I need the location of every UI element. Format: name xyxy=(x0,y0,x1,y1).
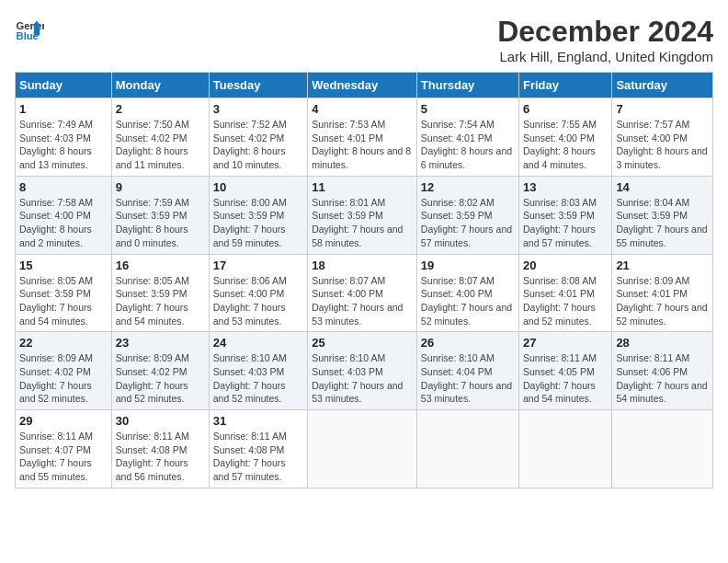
weekday-header-cell: Tuesday xyxy=(209,73,307,98)
day-number: 8 xyxy=(19,180,108,194)
day-info: Sunrise: 8:11 AM Sunset: 4:05 PM Dayligh… xyxy=(523,351,608,406)
calendar-day-cell: 21 Sunrise: 8:09 AM Sunset: 4:01 PM Dayl… xyxy=(612,254,713,332)
location-title: Lark Hill, England, United Kingdom xyxy=(497,49,713,64)
calendar-day-cell: 14 Sunrise: 8:04 AM Sunset: 3:59 PM Dayl… xyxy=(612,176,713,254)
day-info: Sunrise: 8:11 AM Sunset: 4:08 PM Dayligh… xyxy=(213,430,303,484)
day-number: 22 xyxy=(19,336,108,350)
day-number: 11 xyxy=(312,180,413,194)
calendar-week-row: 1 Sunrise: 7:49 AM Sunset: 4:03 PM Dayli… xyxy=(16,98,713,177)
day-number: 20 xyxy=(523,259,608,272)
calendar-day-cell: 20 Sunrise: 8:08 AM Sunset: 4:01 PM Dayl… xyxy=(519,254,612,332)
calendar-day-cell: 28 Sunrise: 8:11 AM Sunset: 4:06 PM Dayl… xyxy=(612,332,713,410)
calendar-day-cell: 31 Sunrise: 8:11 AM Sunset: 4:08 PM Dayl… xyxy=(209,410,307,488)
day-number: 4 xyxy=(312,102,413,116)
svg-text:General: General xyxy=(17,20,44,31)
day-number: 24 xyxy=(213,336,303,350)
calendar-day-cell: 2 Sunrise: 7:50 AM Sunset: 4:02 PM Dayli… xyxy=(111,98,209,177)
calendar-day-cell xyxy=(308,410,417,488)
day-info: Sunrise: 8:02 AM Sunset: 3:59 PM Dayligh… xyxy=(421,196,515,250)
logo: General Blue xyxy=(15,15,44,44)
day-info: Sunrise: 8:10 AM Sunset: 4:03 PM Dayligh… xyxy=(312,351,413,406)
calendar-table: SundayMondayTuesdayWednesdayThursdayFrid… xyxy=(15,72,713,488)
calendar-day-cell xyxy=(519,410,612,488)
calendar-day-cell: 6 Sunrise: 7:55 AM Sunset: 4:00 PM Dayli… xyxy=(519,98,612,177)
day-number: 31 xyxy=(213,414,303,428)
calendar-day-cell: 11 Sunrise: 8:01 AM Sunset: 3:59 PM Dayl… xyxy=(308,176,417,254)
day-info: Sunrise: 8:00 AM Sunset: 3:59 PM Dayligh… xyxy=(213,196,303,250)
logo-icon: General Blue xyxy=(15,15,44,44)
day-number: 18 xyxy=(312,259,413,272)
day-info: Sunrise: 8:11 AM Sunset: 4:06 PM Dayligh… xyxy=(616,351,709,406)
calendar-day-cell: 16 Sunrise: 8:05 AM Sunset: 3:59 PM Dayl… xyxy=(111,254,209,332)
weekday-header-cell: Wednesday xyxy=(308,73,417,98)
day-number: 15 xyxy=(19,259,108,272)
title-section: December 2024 Lark Hill, England, United… xyxy=(497,15,713,64)
day-number: 25 xyxy=(312,336,413,350)
calendar-day-cell: 8 Sunrise: 7:58 AM Sunset: 4:00 PM Dayli… xyxy=(16,176,112,254)
day-info: Sunrise: 8:09 AM Sunset: 4:01 PM Dayligh… xyxy=(616,274,709,328)
calendar-day-cell: 12 Sunrise: 8:02 AM Sunset: 3:59 PM Dayl… xyxy=(416,176,518,254)
day-number: 26 xyxy=(421,336,515,350)
day-info: Sunrise: 7:59 AM Sunset: 3:59 PM Dayligh… xyxy=(116,196,205,250)
day-number: 17 xyxy=(213,259,303,272)
day-number: 16 xyxy=(116,259,205,272)
calendar-day-cell: 27 Sunrise: 8:11 AM Sunset: 4:05 PM Dayl… xyxy=(519,332,612,410)
day-number: 2 xyxy=(116,102,205,116)
calendar-day-cell: 13 Sunrise: 8:03 AM Sunset: 3:59 PM Dayl… xyxy=(519,176,612,254)
calendar-day-cell: 23 Sunrise: 8:09 AM Sunset: 4:02 PM Dayl… xyxy=(111,332,209,410)
day-number: 19 xyxy=(421,259,515,272)
day-info: Sunrise: 8:07 AM Sunset: 4:00 PM Dayligh… xyxy=(312,274,413,328)
day-number: 27 xyxy=(523,336,608,350)
day-number: 7 xyxy=(616,102,709,116)
day-number: 13 xyxy=(523,180,608,194)
calendar-day-cell: 9 Sunrise: 7:59 AM Sunset: 3:59 PM Dayli… xyxy=(111,176,209,254)
month-title: December 2024 xyxy=(497,15,713,49)
weekday-header-cell: Monday xyxy=(111,73,209,98)
day-info: Sunrise: 7:53 AM Sunset: 4:01 PM Dayligh… xyxy=(312,118,413,172)
calendar-day-cell: 1 Sunrise: 7:49 AM Sunset: 4:03 PM Dayli… xyxy=(16,98,112,177)
day-number: 1 xyxy=(19,102,108,116)
day-number: 30 xyxy=(116,414,205,428)
day-info: Sunrise: 8:09 AM Sunset: 4:02 PM Dayligh… xyxy=(19,351,108,406)
day-info: Sunrise: 7:50 AM Sunset: 4:02 PM Dayligh… xyxy=(116,118,205,172)
calendar-day-cell: 15 Sunrise: 8:05 AM Sunset: 3:59 PM Dayl… xyxy=(16,254,112,332)
calendar-day-cell: 26 Sunrise: 8:10 AM Sunset: 4:04 PM Dayl… xyxy=(416,332,518,410)
day-info: Sunrise: 8:10 AM Sunset: 4:03 PM Dayligh… xyxy=(213,351,303,406)
day-number: 28 xyxy=(616,336,709,350)
calendar-day-cell xyxy=(416,410,518,488)
day-info: Sunrise: 8:09 AM Sunset: 4:02 PM Dayligh… xyxy=(116,351,205,406)
day-number: 12 xyxy=(421,180,515,194)
calendar-day-cell: 19 Sunrise: 8:07 AM Sunset: 4:00 PM Dayl… xyxy=(416,254,518,332)
calendar-day-cell: 7 Sunrise: 7:57 AM Sunset: 4:00 PM Dayli… xyxy=(612,98,713,177)
header: General Blue December 2024 Lark Hill, En… xyxy=(15,15,713,64)
calendar-week-row: 8 Sunrise: 7:58 AM Sunset: 4:00 PM Dayli… xyxy=(16,176,713,254)
calendar-day-cell: 30 Sunrise: 8:11 AM Sunset: 4:08 PM Dayl… xyxy=(111,410,209,488)
day-number: 29 xyxy=(19,414,108,428)
calendar-day-cell: 5 Sunrise: 7:54 AM Sunset: 4:01 PM Dayli… xyxy=(416,98,518,177)
calendar-day-cell: 18 Sunrise: 8:07 AM Sunset: 4:00 PM Dayl… xyxy=(308,254,417,332)
day-number: 6 xyxy=(523,102,608,116)
calendar-day-cell: 25 Sunrise: 8:10 AM Sunset: 4:03 PM Dayl… xyxy=(308,332,417,410)
calendar-day-cell xyxy=(612,410,713,488)
day-info: Sunrise: 8:04 AM Sunset: 3:59 PM Dayligh… xyxy=(616,196,709,250)
day-info: Sunrise: 7:57 AM Sunset: 4:00 PM Dayligh… xyxy=(616,118,709,172)
day-info: Sunrise: 8:10 AM Sunset: 4:04 PM Dayligh… xyxy=(421,351,515,406)
calendar-body: 1 Sunrise: 7:49 AM Sunset: 4:03 PM Dayli… xyxy=(16,98,713,488)
calendar-week-row: 29 Sunrise: 8:11 AM Sunset: 4:07 PM Dayl… xyxy=(16,410,713,488)
day-number: 5 xyxy=(421,102,515,116)
day-info: Sunrise: 8:07 AM Sunset: 4:00 PM Dayligh… xyxy=(421,274,515,328)
day-number: 14 xyxy=(616,180,709,194)
day-info: Sunrise: 7:49 AM Sunset: 4:03 PM Dayligh… xyxy=(19,118,108,172)
calendar-day-cell: 29 Sunrise: 8:11 AM Sunset: 4:07 PM Dayl… xyxy=(16,410,112,488)
weekday-header-row: SundayMondayTuesdayWednesdayThursdayFrid… xyxy=(16,73,713,98)
calendar-week-row: 22 Sunrise: 8:09 AM Sunset: 4:02 PM Dayl… xyxy=(16,332,713,410)
day-number: 10 xyxy=(213,180,303,194)
day-info: Sunrise: 8:08 AM Sunset: 4:01 PM Dayligh… xyxy=(523,274,608,328)
day-info: Sunrise: 8:05 AM Sunset: 3:59 PM Dayligh… xyxy=(19,274,108,328)
day-info: Sunrise: 7:54 AM Sunset: 4:01 PM Dayligh… xyxy=(421,118,515,172)
day-info: Sunrise: 8:03 AM Sunset: 3:59 PM Dayligh… xyxy=(523,196,608,250)
day-info: Sunrise: 7:52 AM Sunset: 4:02 PM Dayligh… xyxy=(213,118,303,172)
weekday-header-cell: Sunday xyxy=(16,73,112,98)
calendar-day-cell: 17 Sunrise: 8:06 AM Sunset: 4:00 PM Dayl… xyxy=(209,254,307,332)
calendar-day-cell: 4 Sunrise: 7:53 AM Sunset: 4:01 PM Dayli… xyxy=(308,98,417,177)
